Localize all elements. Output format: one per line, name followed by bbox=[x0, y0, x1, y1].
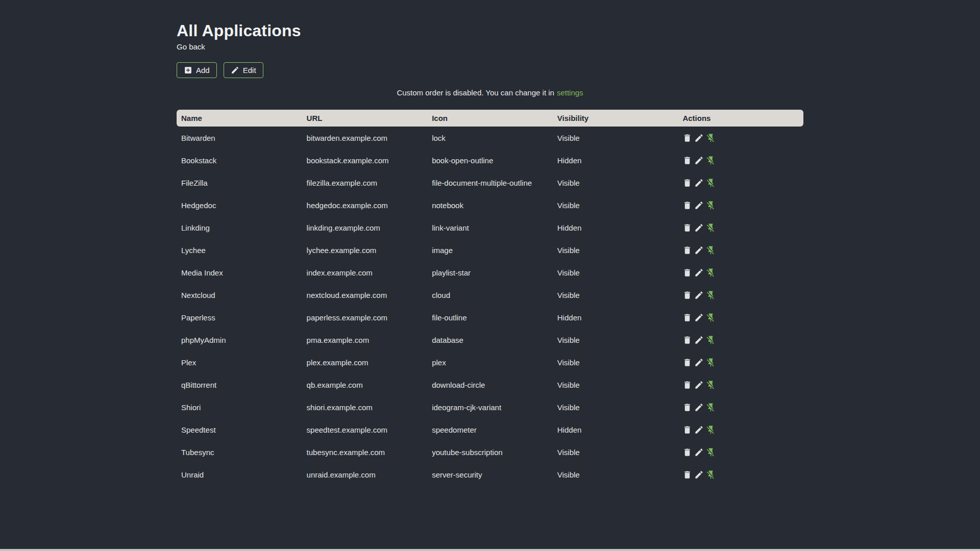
cell-url: unraid.example.com bbox=[302, 463, 428, 486]
cell-actions bbox=[678, 418, 803, 441]
pin-off-icon[interactable] bbox=[706, 178, 716, 188]
cell-visibility: Visible bbox=[553, 127, 678, 149]
edit-icon[interactable] bbox=[694, 178, 704, 188]
page-title: All Applications bbox=[177, 21, 803, 40]
edit-icon[interactable] bbox=[694, 380, 704, 390]
cell-visibility: Visible bbox=[553, 351, 678, 373]
settings-link[interactable]: settings bbox=[557, 88, 583, 97]
cell-actions bbox=[678, 149, 803, 171]
cell-icon: speedometer bbox=[427, 418, 553, 441]
delete-icon[interactable] bbox=[682, 178, 692, 188]
pin-off-icon[interactable] bbox=[706, 223, 716, 233]
delete-icon[interactable] bbox=[682, 447, 692, 457]
column-header-visibility: Visibility bbox=[553, 110, 678, 127]
cell-url: nextcloud.example.com bbox=[302, 284, 428, 306]
go-back-link[interactable]: Go back bbox=[177, 42, 205, 52]
pin-off-icon[interactable] bbox=[706, 403, 716, 412]
delete-icon[interactable] bbox=[682, 290, 692, 300]
table-row: Plexplex.example.complexVisible bbox=[177, 351, 803, 373]
cell-actions bbox=[678, 351, 803, 373]
cell-name: Unraid bbox=[177, 463, 302, 486]
pin-off-icon[interactable] bbox=[706, 156, 716, 165]
horizontal-scrollbar[interactable] bbox=[0, 549, 980, 551]
cell-name: FileZilla bbox=[177, 171, 302, 194]
edit-icon[interactable] bbox=[694, 313, 704, 322]
delete-icon[interactable] bbox=[682, 133, 692, 143]
cell-name: qBittorrent bbox=[177, 373, 302, 396]
cell-actions bbox=[678, 239, 803, 261]
cell-visibility: Visible bbox=[553, 261, 678, 284]
delete-icon[interactable] bbox=[682, 358, 692, 367]
cell-visibility: Hidden bbox=[553, 149, 678, 171]
pin-off-icon[interactable] bbox=[706, 133, 716, 143]
pin-off-icon[interactable] bbox=[706, 380, 716, 390]
table-row: Lycheelychee.example.comimageVisible bbox=[177, 239, 803, 261]
delete-icon[interactable] bbox=[682, 245, 692, 255]
edit-icon[interactable] bbox=[694, 290, 704, 300]
applications-table: Name URL Icon Visibility Actions Bitward… bbox=[177, 110, 803, 486]
delete-icon[interactable] bbox=[682, 201, 692, 210]
cell-url: filezilla.example.com bbox=[302, 171, 428, 194]
cell-visibility: Visible bbox=[553, 239, 678, 261]
table-row: Unraidunraid.example.comserver-securityV… bbox=[177, 463, 803, 486]
delete-icon[interactable] bbox=[682, 156, 692, 165]
pin-off-icon[interactable] bbox=[706, 245, 716, 255]
cell-actions bbox=[678, 127, 803, 149]
cell-icon: youtube-subscription bbox=[427, 441, 553, 463]
table-row: Hedgedochedgedoc.example.comnotebookVisi… bbox=[177, 194, 803, 216]
edit-icon[interactable] bbox=[694, 335, 704, 345]
edit-icon[interactable] bbox=[694, 245, 704, 255]
cell-actions bbox=[678, 396, 803, 418]
edit-icon[interactable] bbox=[694, 470, 704, 480]
edit-icon[interactable] bbox=[694, 133, 704, 143]
cell-url: speedtest.example.com bbox=[302, 418, 428, 441]
cell-url: paperless.example.com bbox=[302, 306, 428, 329]
delete-icon[interactable] bbox=[682, 403, 692, 412]
pin-off-icon[interactable] bbox=[706, 425, 716, 435]
edit-icon[interactable] bbox=[694, 156, 704, 165]
toolbar: Add Edit bbox=[177, 62, 803, 78]
edit-icon[interactable] bbox=[694, 403, 704, 412]
pin-off-icon[interactable] bbox=[706, 201, 716, 210]
cell-url: tubesync.example.com bbox=[302, 441, 428, 463]
column-header-url: URL bbox=[302, 110, 428, 127]
pin-off-icon[interactable] bbox=[706, 470, 716, 480]
table-row: Nextcloudnextcloud.example.comcloudVisib… bbox=[177, 284, 803, 306]
delete-icon[interactable] bbox=[682, 335, 692, 345]
edit-icon[interactable] bbox=[694, 425, 704, 435]
cell-url: shiori.example.com bbox=[302, 396, 428, 418]
delete-icon[interactable] bbox=[682, 380, 692, 390]
delete-icon[interactable] bbox=[682, 268, 692, 278]
cell-url: linkding.example.com bbox=[302, 216, 428, 239]
pin-off-icon[interactable] bbox=[706, 447, 716, 457]
cell-visibility: Visible bbox=[553, 396, 678, 418]
edit-button[interactable]: Edit bbox=[224, 62, 263, 78]
cell-url: hedgedoc.example.com bbox=[302, 194, 428, 216]
edit-icon[interactable] bbox=[694, 358, 704, 367]
table-row: FileZillafilezilla.example.comfile-docum… bbox=[177, 171, 803, 194]
pin-off-icon[interactable] bbox=[706, 290, 716, 300]
cell-actions bbox=[678, 441, 803, 463]
cell-actions bbox=[678, 216, 803, 239]
delete-icon[interactable] bbox=[682, 425, 692, 435]
cell-icon: server-security bbox=[427, 463, 553, 486]
add-button-label: Add bbox=[196, 66, 210, 74]
pin-off-icon[interactable] bbox=[706, 313, 716, 322]
all-applications-page: All Applications Go back Add Edit Custom… bbox=[177, 0, 803, 486]
edit-icon[interactable] bbox=[694, 201, 704, 210]
add-button[interactable]: Add bbox=[177, 62, 217, 78]
cell-name: Tubesync bbox=[177, 441, 302, 463]
pin-off-icon[interactable] bbox=[706, 335, 716, 345]
delete-icon[interactable] bbox=[682, 223, 692, 233]
edit-icon[interactable] bbox=[694, 447, 704, 457]
edit-icon[interactable] bbox=[694, 268, 704, 278]
cell-icon: link-variant bbox=[427, 216, 553, 239]
pin-off-icon[interactable] bbox=[706, 358, 716, 367]
pin-off-icon[interactable] bbox=[706, 268, 716, 278]
delete-icon[interactable] bbox=[682, 470, 692, 480]
edit-button-label: Edit bbox=[243, 66, 256, 74]
edit-icon[interactable] bbox=[694, 223, 704, 233]
delete-icon[interactable] bbox=[682, 313, 692, 322]
pencil-icon bbox=[231, 66, 239, 74]
cell-visibility: Hidden bbox=[553, 216, 678, 239]
